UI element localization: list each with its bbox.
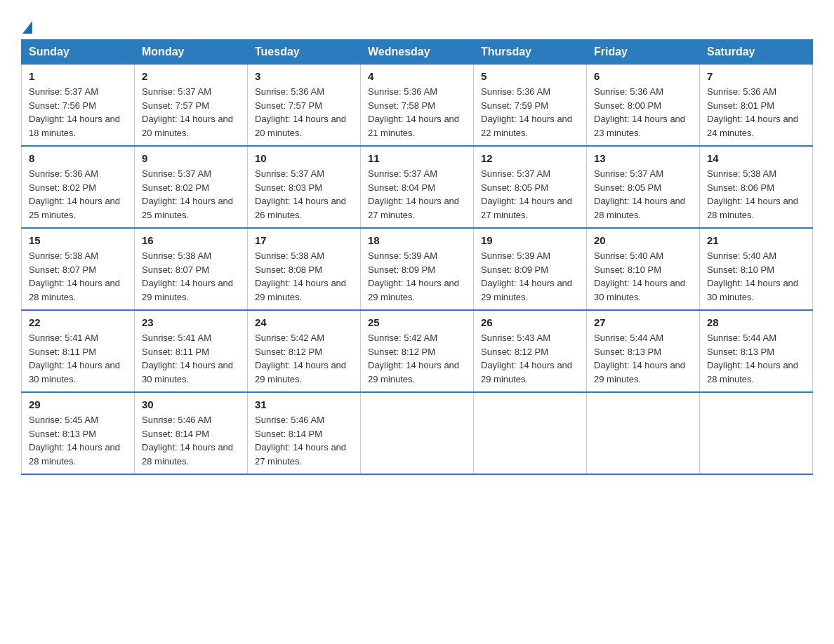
calendar-cell — [474, 392, 587, 474]
day-detail: Sunrise: 5:36 AMSunset: 8:00 PMDaylight:… — [594, 85, 692, 140]
day-detail: Sunrise: 5:46 AMSunset: 8:14 PMDaylight:… — [142, 413, 240, 468]
day-detail: Sunrise: 5:41 AMSunset: 8:11 PMDaylight:… — [29, 331, 127, 386]
column-header-monday: Monday — [135, 40, 248, 65]
calendar-cell: 14 Sunrise: 5:38 AMSunset: 8:06 PMDaylig… — [700, 146, 813, 228]
calendar-cell — [700, 392, 813, 474]
day-number: 9 — [142, 152, 240, 164]
calendar-cell: 23 Sunrise: 5:41 AMSunset: 8:11 PMDaylig… — [135, 310, 248, 392]
page-header — [21, 14, 813, 32]
calendar-cell: 9 Sunrise: 5:37 AMSunset: 8:02 PMDayligh… — [135, 146, 248, 228]
day-detail: Sunrise: 5:45 AMSunset: 8:13 PMDaylight:… — [29, 413, 127, 468]
day-detail: Sunrise: 5:36 AMSunset: 8:02 PMDaylight:… — [29, 167, 127, 222]
day-detail: Sunrise: 5:37 AMSunset: 8:05 PMDaylight:… — [481, 167, 579, 222]
calendar-week-row: 8 Sunrise: 5:36 AMSunset: 8:02 PMDayligh… — [22, 146, 813, 228]
day-detail: Sunrise: 5:37 AMSunset: 8:02 PMDaylight:… — [142, 167, 240, 222]
day-detail: Sunrise: 5:36 AMSunset: 8:01 PMDaylight:… — [707, 85, 805, 140]
calendar-cell: 17 Sunrise: 5:38 AMSunset: 8:08 PMDaylig… — [248, 228, 361, 310]
day-number: 12 — [481, 152, 579, 164]
day-detail: Sunrise: 5:42 AMSunset: 8:12 PMDaylight:… — [368, 331, 466, 386]
calendar-cell: 7 Sunrise: 5:36 AMSunset: 8:01 PMDayligh… — [700, 65, 813, 147]
day-detail: Sunrise: 5:37 AMSunset: 7:57 PMDaylight:… — [142, 85, 240, 140]
calendar-cell: 1 Sunrise: 5:37 AMSunset: 7:56 PMDayligh… — [22, 65, 135, 147]
calendar-cell: 19 Sunrise: 5:39 AMSunset: 8:09 PMDaylig… — [474, 228, 587, 310]
calendar-cell: 20 Sunrise: 5:40 AMSunset: 8:10 PMDaylig… — [587, 228, 700, 310]
day-detail: Sunrise: 5:44 AMSunset: 8:13 PMDaylight:… — [707, 331, 805, 386]
day-number: 17 — [255, 234, 353, 246]
day-detail: Sunrise: 5:43 AMSunset: 8:12 PMDaylight:… — [481, 331, 579, 386]
day-number: 11 — [368, 152, 466, 164]
calendar-cell: 27 Sunrise: 5:44 AMSunset: 8:13 PMDaylig… — [587, 310, 700, 392]
day-detail: Sunrise: 5:36 AMSunset: 7:58 PMDaylight:… — [368, 85, 466, 140]
day-number: 10 — [255, 152, 353, 164]
day-number: 13 — [594, 152, 692, 164]
day-detail: Sunrise: 5:37 AMSunset: 8:04 PMDaylight:… — [368, 167, 466, 222]
calendar-cell: 22 Sunrise: 5:41 AMSunset: 8:11 PMDaylig… — [22, 310, 135, 392]
day-number: 19 — [481, 234, 579, 246]
day-detail: Sunrise: 5:38 AMSunset: 8:07 PMDaylight:… — [142, 249, 240, 304]
day-number: 26 — [481, 316, 579, 328]
day-number: 20 — [594, 234, 692, 246]
calendar-cell: 28 Sunrise: 5:44 AMSunset: 8:13 PMDaylig… — [700, 310, 813, 392]
calendar-cell: 18 Sunrise: 5:39 AMSunset: 8:09 PMDaylig… — [361, 228, 474, 310]
column-header-sunday: Sunday — [22, 40, 135, 65]
day-detail: Sunrise: 5:46 AMSunset: 8:14 PMDaylight:… — [255, 413, 353, 468]
day-detail: Sunrise: 5:38 AMSunset: 8:07 PMDaylight:… — [29, 249, 127, 304]
day-detail: Sunrise: 5:36 AMSunset: 7:59 PMDaylight:… — [481, 85, 579, 140]
column-header-friday: Friday — [587, 40, 700, 65]
calendar-cell: 26 Sunrise: 5:43 AMSunset: 8:12 PMDaylig… — [474, 310, 587, 392]
calendar-cell: 15 Sunrise: 5:38 AMSunset: 8:07 PMDaylig… — [22, 228, 135, 310]
calendar-cell: 10 Sunrise: 5:37 AMSunset: 8:03 PMDaylig… — [248, 146, 361, 228]
calendar-cell: 31 Sunrise: 5:46 AMSunset: 8:14 PMDaylig… — [248, 392, 361, 474]
calendar-cell — [361, 392, 474, 474]
calendar-cell: 8 Sunrise: 5:36 AMSunset: 8:02 PMDayligh… — [22, 146, 135, 228]
calendar-cell: 13 Sunrise: 5:37 AMSunset: 8:05 PMDaylig… — [587, 146, 700, 228]
day-detail: Sunrise: 5:40 AMSunset: 8:10 PMDaylight:… — [707, 249, 805, 304]
day-detail: Sunrise: 5:36 AMSunset: 7:57 PMDaylight:… — [255, 85, 353, 140]
day-detail: Sunrise: 5:38 AMSunset: 8:06 PMDaylight:… — [707, 167, 805, 222]
day-number: 30 — [142, 398, 240, 410]
logo — [21, 21, 32, 32]
column-header-saturday: Saturday — [700, 40, 813, 65]
calendar-cell: 6 Sunrise: 5:36 AMSunset: 8:00 PMDayligh… — [587, 65, 700, 147]
day-number: 27 — [594, 316, 692, 328]
day-number: 6 — [594, 70, 692, 82]
day-number: 8 — [29, 152, 127, 164]
calendar-cell: 3 Sunrise: 5:36 AMSunset: 7:57 PMDayligh… — [248, 65, 361, 147]
day-number: 4 — [368, 70, 466, 82]
calendar-cell: 25 Sunrise: 5:42 AMSunset: 8:12 PMDaylig… — [361, 310, 474, 392]
calendar-table: SundayMondayTuesdayWednesdayThursdayFrid… — [21, 39, 813, 475]
calendar-week-row: 1 Sunrise: 5:37 AMSunset: 7:56 PMDayligh… — [22, 65, 813, 147]
day-detail: Sunrise: 5:37 AMSunset: 7:56 PMDaylight:… — [29, 85, 127, 140]
day-detail: Sunrise: 5:41 AMSunset: 8:11 PMDaylight:… — [142, 331, 240, 386]
day-number: 25 — [368, 316, 466, 328]
calendar-cell: 12 Sunrise: 5:37 AMSunset: 8:05 PMDaylig… — [474, 146, 587, 228]
day-detail: Sunrise: 5:39 AMSunset: 8:09 PMDaylight:… — [481, 249, 579, 304]
day-number: 5 — [481, 70, 579, 82]
day-detail: Sunrise: 5:37 AMSunset: 8:05 PMDaylight:… — [594, 167, 692, 222]
day-number: 18 — [368, 234, 466, 246]
day-detail: Sunrise: 5:38 AMSunset: 8:08 PMDaylight:… — [255, 249, 353, 304]
calendar-cell: 29 Sunrise: 5:45 AMSunset: 8:13 PMDaylig… — [22, 392, 135, 474]
day-number: 29 — [29, 398, 127, 410]
day-number: 1 — [29, 70, 127, 82]
day-number: 3 — [255, 70, 353, 82]
day-detail: Sunrise: 5:39 AMSunset: 8:09 PMDaylight:… — [368, 249, 466, 304]
calendar-cell — [587, 392, 700, 474]
day-number: 28 — [707, 316, 805, 328]
column-header-thursday: Thursday — [474, 40, 587, 65]
calendar-header-row: SundayMondayTuesdayWednesdayThursdayFrid… — [22, 40, 813, 65]
day-number: 24 — [255, 316, 353, 328]
calendar-week-row: 22 Sunrise: 5:41 AMSunset: 8:11 PMDaylig… — [22, 310, 813, 392]
calendar-cell: 11 Sunrise: 5:37 AMSunset: 8:04 PMDaylig… — [361, 146, 474, 228]
day-number: 14 — [707, 152, 805, 164]
calendar-cell: 24 Sunrise: 5:42 AMSunset: 8:12 PMDaylig… — [248, 310, 361, 392]
calendar-cell: 5 Sunrise: 5:36 AMSunset: 7:59 PMDayligh… — [474, 65, 587, 147]
day-number: 15 — [29, 234, 127, 246]
calendar-cell: 21 Sunrise: 5:40 AMSunset: 8:10 PMDaylig… — [700, 228, 813, 310]
day-number: 21 — [707, 234, 805, 246]
day-number: 23 — [142, 316, 240, 328]
day-number: 31 — [255, 398, 353, 410]
day-number: 2 — [142, 70, 240, 82]
column-header-tuesday: Tuesday — [248, 40, 361, 65]
day-detail: Sunrise: 5:44 AMSunset: 8:13 PMDaylight:… — [594, 331, 692, 386]
